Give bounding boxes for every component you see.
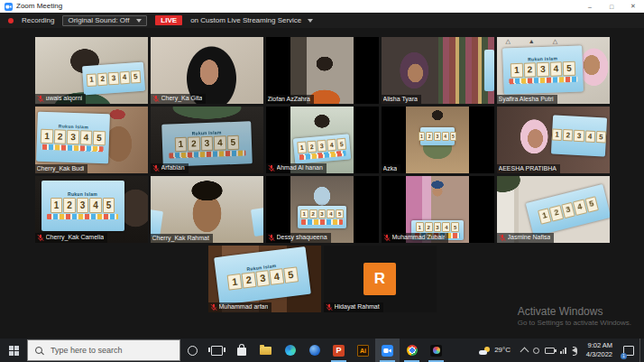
participant-name: Cherry_Kak Camelia [46,234,105,241]
close-button[interactable]: ✕ [622,0,644,13]
activate-windows-watermark: Activate Windows Go to Settings to activ… [518,305,631,328]
participant-name: Hidayat Rahmat [335,303,380,311]
start-button[interactable] [0,339,27,362]
avatar: R [363,263,396,295]
taskbar-right: 29°C 9:02 AM 4/3/2022 1 [473,339,644,362]
window-controls: – □ ✕ [579,0,644,13]
muted-mic-icon [152,164,160,172]
show-desktop-button[interactable] [639,339,644,362]
video-tile-jasmine-nafisa[interactable]: Rukun Islam12345 Jasmine Nafisa [497,176,610,243]
participant-name-tag: Hidayat Rahmat [324,302,383,312]
microsoft-store-button[interactable] [229,339,253,362]
hidden-icons-chevron[interactable] [520,347,529,356]
store-bag-icon [237,348,246,356]
muted-mic-icon [326,303,333,311]
participant-name: Ahmad Al hanan [277,164,323,172]
task-view-icon [211,346,223,356]
participant-name-tag: uwais alqorni [35,94,87,104]
window-title: Zoom Meeting [16,3,62,10]
clock-date: 4/3/2022 [586,351,612,358]
video-tile-uwais-alqorni[interactable]: Rukun Islam12345 uwais alqorni [35,37,148,104]
original-sound-dropdown[interactable]: Original Sound: Off [62,15,147,26]
watermark-line2: Go to Settings to activate Windows. [518,319,631,328]
video-tile-arfabian[interactable]: Rukun Islam12345 Arfabian [151,107,263,173]
illustrator-button[interactable]: Ai [351,339,375,362]
video-tile-alisha-tyara[interactable]: Alisha Tyara [382,37,494,104]
participant-name-tag: Arfabian [151,163,189,173]
card-numbers: 12345 [300,209,344,219]
card-pictogram-row [301,219,343,225]
rukun-islam-card: Rukun Islam12345 [502,45,584,94]
muted-mic-icon [37,95,44,103]
powerpoint-icon: P [333,345,345,357]
rukun-islam-card: Rukun Islam12345 [293,134,351,163]
action-center-button[interactable]: 1 [618,339,639,362]
minimize-button[interactable]: – [579,0,601,13]
participant-name-tag: Cherry_Kak Budi [35,164,88,173]
file-explorer-button[interactable] [253,339,278,362]
video-row: Rukun Islam12345 uwais alqorni Chery_Ka … [35,37,610,104]
taskbar-search[interactable] [27,339,180,361]
video-tile-ziofan-azzahra[interactable]: Ziofan AzZahra [266,37,379,104]
card-numbers: 12345 [174,135,239,153]
video-tile-chery-ka-gita[interactable]: Chery_Ka Gita [151,37,263,104]
onedrive-icon[interactable] [533,348,539,354]
participant-name-tag: Muhammad Zubair [382,233,449,243]
browser-button[interactable] [302,339,327,362]
rukun-islam-card: Rukun Islam12345 [36,112,110,164]
chrome-icon [407,345,418,356]
video-tile-hidayat-rahmat[interactable]: R Hidayat Rahmat [324,246,437,312]
recording-label: Recording [22,17,54,24]
participant-name: Cherry_Kak Rahmat [152,235,209,242]
video-tile-cherry-kak-camelia[interactable]: Rukun Islam12345 Cherry_Kak Camelia [35,176,148,243]
window-titlebar: Zoom Meeting – □ ✕ [0,0,644,13]
card-numbers: 12345 [41,129,106,146]
zoom-taskbar-button[interactable] [375,339,400,362]
video-tile-cherry-kak-rahmat[interactable]: Cherry_Kak Rahmat [151,176,263,243]
zoom-app-icon [5,3,13,11]
weather-widget[interactable]: 29°C [473,339,517,362]
windows-taskbar: P Ai 29°C 9:02 AM 4/3/2022 [0,339,644,362]
browser-icon [309,345,320,356]
rukun-islam-card: Rukun Islam12345 [525,184,609,237]
edge-icon [285,345,296,356]
video-tile-muhammad-arfan[interactable]: Rukun Islam12345 Muhammad arfan [208,246,321,312]
cortana-button[interactable] [180,339,205,362]
muted-mic-icon [152,95,160,103]
participant-name: Syafira Alesha Putri [499,96,554,103]
volume-icon[interactable] [572,348,576,353]
card-title: Rukun Islam [68,192,97,197]
card-pictogram-row [509,77,577,85]
powerpoint-button[interactable]: P [327,339,351,362]
video-tile-azka[interactable]: Rukun Islam12345Azka [382,107,494,173]
clock-time: 9:02 AM [587,342,612,349]
participant-name: AEESHA PRATIBHA [499,165,557,172]
search-input[interactable] [49,345,170,356]
illustrator-icon: Ai [357,345,369,357]
chrome-button[interactable] [400,339,424,362]
streaming-service-dropdown[interactable]: on Custom Live Streaming Service [190,17,313,24]
rukun-islam-card: Rukun Islam12345 [420,127,455,145]
video-tile-ahmad-al-hanan[interactable]: Rukun Islam12345 Ahmad Al hanan [266,107,379,173]
original-sound-label: Original Sound: Off [68,17,129,24]
video-tile-cherry-kak-budi[interactable]: Rukun Islam12345Cherry_Kak Budi [35,107,148,173]
video-tile-aeesha-pratibha[interactable]: Rukun Islam12345AEESHA PRATIBHA [497,107,610,173]
taskbar-clock[interactable]: 9:02 AM 4/3/2022 [581,339,618,362]
participant-name-tag: Dessy shaqueena [266,233,331,243]
rukun-islam-card: Rukun Islam12345 [214,246,311,305]
edge-browser-button[interactable] [278,339,302,362]
card-numbers: 12345 [538,197,598,224]
video-tile-dessy-shaqueena[interactable]: Rukun Islam12345 Dessy shaqueena [266,176,379,243]
network-icon[interactable] [560,348,566,354]
photos-app-button[interactable] [424,339,448,362]
participant-name-tag: Cherry_Kak Camelia [35,233,108,243]
participant-name: uwais alqorni [46,95,83,102]
video-tile-muhammad-zubair[interactable]: Rukun Islam12345 Muhammad Zubair [382,176,494,243]
muted-mic-icon [210,303,217,311]
battery-icon[interactable] [545,348,555,354]
maximize-button[interactable]: □ [601,0,622,13]
zoom-meeting-window: Zoom Meeting – □ ✕ Recording Original So… [0,0,644,362]
participant-name-tag: Muhammad arfan [208,302,272,312]
video-tile-syafira-alesha-putri[interactable]: Rukun Islam12345Syafira Alesha Putri [497,37,610,104]
task-view-button[interactable] [205,339,229,362]
